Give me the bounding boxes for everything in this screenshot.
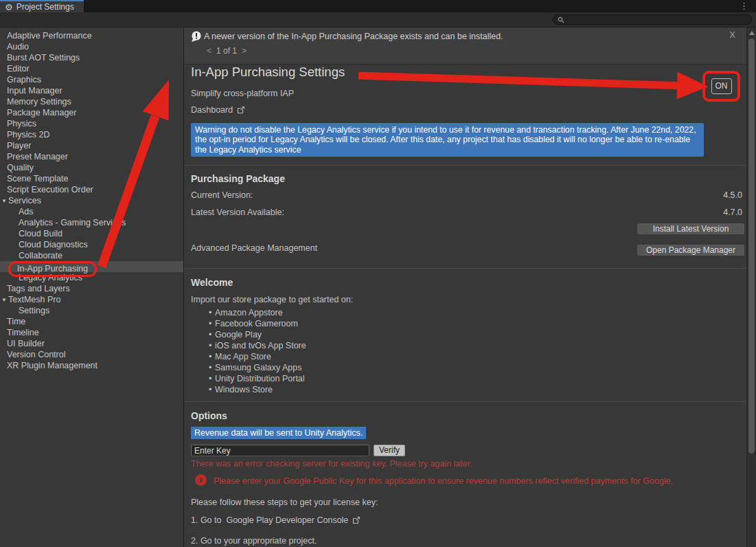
legacy-analytics-warning: Warning do not disable the Legacy Analyt… xyxy=(191,123,704,157)
sidebar-item-script-execution-order[interactable]: Script Execution Order xyxy=(0,184,183,195)
sidebar-item-label: Physics 2D xyxy=(7,129,50,140)
sidebar-item-version-control[interactable]: Version Control xyxy=(0,349,183,360)
sidebar-item-label: Analytics - Gaming Services xyxy=(19,217,126,228)
install-latest-version-button[interactable]: Install Latest Version xyxy=(637,223,745,235)
sidebar-item-label: Audio xyxy=(7,41,29,52)
sidebar-list: Adaptive PerformanceAudioBurst AOT Setti… xyxy=(0,30,183,371)
sidebar-item-label: TextMesh Pro xyxy=(8,294,60,305)
sidebar-item-label: Version Control xyxy=(7,349,65,360)
sidebar-item-label: Adaptive Performance xyxy=(7,30,92,41)
analytics-note: Revenue data will be sent to Unity Analy… xyxy=(191,427,366,439)
sidebar-item-label: Preset Manager xyxy=(7,151,68,162)
search-box[interactable] xyxy=(553,14,752,25)
latest-version-label: Latest Version Available: xyxy=(191,208,284,217)
page-subtitle: Simplify cross-platform IAP xyxy=(191,89,294,98)
open-package-manager-button[interactable]: Open Package Manager xyxy=(637,244,745,256)
window-tab-bar: ⚙ Project Settings ⋮ xyxy=(0,0,756,12)
section-divider xyxy=(184,268,746,269)
gear-icon: ⚙ xyxy=(5,3,13,12)
sidebar-item-burst-aot-settings[interactable]: Burst AOT Settings xyxy=(0,52,183,63)
external-link-icon xyxy=(237,106,245,116)
dashboard-link-label: Dashboard xyxy=(191,105,233,115)
current-version-label: Current Version: xyxy=(191,190,253,200)
store-list-item: Google Play xyxy=(184,329,527,340)
verify-button[interactable]: Verify xyxy=(374,445,405,456)
sidebar-item-label: UI Builder xyxy=(7,338,45,349)
sidebar-item-label: Time xyxy=(7,316,25,327)
sidebar-item-textmesh-pro[interactable]: ▼TextMesh Pro xyxy=(0,294,183,305)
store-list-item: Facebook Gameroom xyxy=(184,318,527,329)
sidebar-item-graphics[interactable]: Graphics xyxy=(0,74,183,85)
sidebar-item-label: Package Manager xyxy=(7,107,76,118)
search-input[interactable] xyxy=(567,16,739,24)
sidebar-item-audio[interactable]: Audio xyxy=(0,41,183,52)
google-public-key-input[interactable] xyxy=(191,445,369,456)
section-divider xyxy=(184,165,746,166)
latest-version-value: 4.7.0 xyxy=(723,208,742,217)
steps-intro: Please follow these steps to get your li… xyxy=(191,498,378,507)
pager-count: 1 of 1 xyxy=(216,46,237,56)
sidebar-item-label: Services xyxy=(8,195,41,206)
store-list-item: Amazon Appstore xyxy=(184,307,527,318)
sidebar-item-input-manager[interactable]: Input Manager xyxy=(0,85,183,96)
sidebar-item-adaptive-performance[interactable]: Adaptive Performance xyxy=(0,30,183,41)
store-list-item: Mac App Store xyxy=(184,351,527,362)
notification-banner: A newer version of the In-App Purchasing… xyxy=(184,27,746,65)
sidebar-item-settings[interactable]: Settings xyxy=(0,305,183,316)
step-1: 1. Go to Google Play Developer Console xyxy=(191,515,360,526)
sidebar-item-collaborate[interactable]: Collaborate xyxy=(0,250,183,261)
settings-sidebar: Adaptive PerformanceAudioBurst AOT Setti… xyxy=(0,27,183,547)
pager-next-icon[interactable]: > xyxy=(242,46,247,56)
external-link-icon xyxy=(352,516,360,526)
purchasing-package-heading: Purchasing Package xyxy=(191,173,285,184)
dashboard-link[interactable]: Dashboard xyxy=(191,105,245,116)
scrollbar-thumb[interactable] xyxy=(748,38,755,454)
sidebar-item-label: Memory Settings xyxy=(7,96,71,107)
sidebar-item-quality[interactable]: Quality xyxy=(0,162,183,173)
sidebar-item-label: Burst AOT Settings xyxy=(7,52,80,63)
google-play-console-link[interactable]: Google Play Developer Console xyxy=(226,515,348,525)
sidebar-item-cloud-build[interactable]: Cloud Build xyxy=(0,228,183,239)
foldout-arrow-icon[interactable]: ▼ xyxy=(1,196,7,207)
window-menu-icon[interactable]: ⋮ xyxy=(740,1,748,11)
sidebar-item-in-app-purchasing[interactable]: In-App Purchasing xyxy=(0,261,183,272)
sidebar-item-ads[interactable]: Ads xyxy=(0,206,183,217)
sidebar-item-ui-builder[interactable]: UI Builder xyxy=(0,338,183,349)
tab-title: Project Settings xyxy=(16,2,74,12)
sidebar-item-timeline[interactable]: Timeline xyxy=(0,327,183,338)
error-info-icon: i xyxy=(195,474,207,486)
sidebar-item-package-manager[interactable]: Package Manager xyxy=(0,107,183,118)
store-list-item: Unity Distribution Portal xyxy=(184,373,527,384)
sidebar-item-physics[interactable]: Physics xyxy=(0,118,183,129)
sidebar-item-label: Settings xyxy=(19,305,49,316)
sidebar-item-label: Collaborate xyxy=(19,250,62,261)
sidebar-item-memory-settings[interactable]: Memory Settings xyxy=(0,96,183,107)
on-toggle-annotation-box: ON xyxy=(702,71,740,102)
vertical-scrollbar[interactable] xyxy=(746,27,756,547)
service-on-toggle[interactable]: ON xyxy=(711,78,732,93)
options-heading: Options xyxy=(191,410,227,421)
notification-bubble-icon xyxy=(191,31,202,43)
tab-project-settings[interactable]: ⚙ Project Settings xyxy=(0,0,84,12)
sidebar-item-scene-template[interactable]: Scene Template xyxy=(0,173,183,184)
sidebar-item-xr-plugin-management[interactable]: XR Plugin Management xyxy=(0,360,183,371)
scroll-up-icon[interactable] xyxy=(749,31,755,35)
sidebar-item-physics-2d[interactable]: Physics 2D xyxy=(0,129,183,140)
pager-prev-icon[interactable]: < xyxy=(207,46,211,56)
sidebar-item-label: Editor xyxy=(7,63,30,74)
sidebar-item-tags-and-layers[interactable]: Tags and Layers xyxy=(0,283,183,294)
sidebar-item-cloud-diagnostics[interactable]: Cloud Diagnostics xyxy=(0,239,183,250)
sidebar-item-preset-manager[interactable]: Preset Manager xyxy=(0,151,183,162)
advanced-package-management-label: Advanced Package Management xyxy=(191,243,317,253)
sidebar-item-analytics-gaming-services[interactable]: Analytics - Gaming Services xyxy=(0,217,183,228)
step-2: 2. Go to your appropriate project. xyxy=(191,536,317,546)
sidebar-item-player[interactable]: Player xyxy=(0,140,183,151)
sidebar-item-time[interactable]: Time xyxy=(0,316,183,327)
sidebar-item-label: Cloud Build xyxy=(19,228,62,239)
foldout-arrow-icon[interactable]: ▼ xyxy=(1,295,7,306)
banner-close-icon[interactable]: X xyxy=(729,30,735,40)
current-version-value: 4.5.0 xyxy=(723,190,742,200)
sidebar-item-editor[interactable]: Editor xyxy=(0,63,183,74)
sidebar-item-services[interactable]: ▼Services xyxy=(0,195,183,206)
sidebar-item-label: Quality xyxy=(7,162,34,173)
